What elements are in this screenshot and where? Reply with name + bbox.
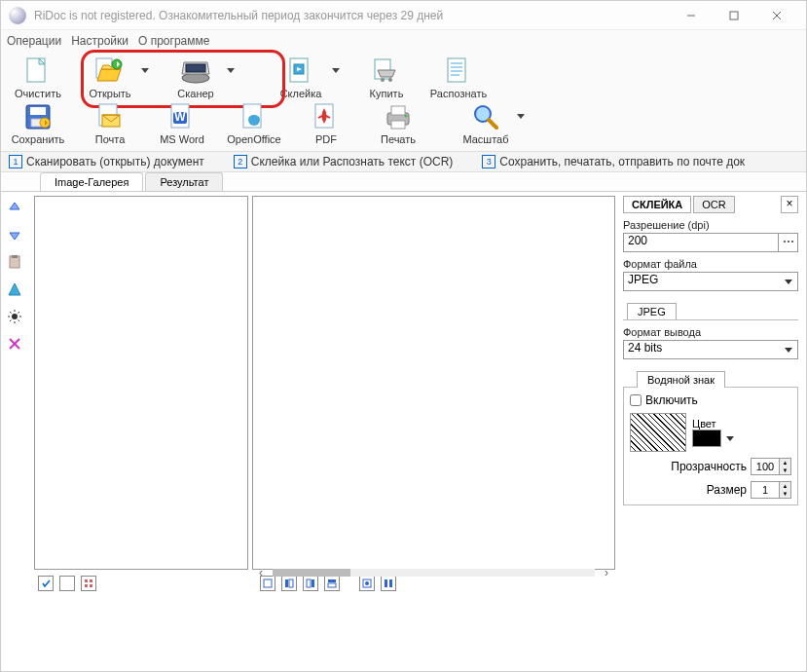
output-select[interactable]: 24 bits [623, 340, 798, 359]
arrow-down-icon[interactable] [7, 227, 24, 244]
arrow-up-icon[interactable] [7, 200, 24, 217]
svg-point-50 [12, 314, 18, 319]
svg-rect-40 [391, 106, 405, 115]
step-1-label: Сканировать (открыть) документ [26, 155, 204, 168]
size-spinner[interactable]: 1▲▼ [751, 481, 791, 499]
size-label: Размер [707, 483, 747, 497]
svg-text:W: W [174, 110, 186, 124]
glue-dropdown[interactable] [332, 68, 340, 73]
main-tabs: Image-Галерея Результат [1, 172, 806, 192]
svg-point-19 [388, 78, 392, 82]
clipboard-icon[interactable] [7, 254, 24, 272]
svg-rect-20 [448, 58, 465, 82]
svg-point-18 [381, 78, 385, 82]
view-check-icon[interactable] [38, 576, 54, 591]
horizontal-scrollbar[interactable]: ‹ › [253, 565, 614, 580]
svg-rect-62 [90, 579, 92, 582]
svg-rect-61 [85, 579, 88, 582]
recognize-button[interactable]: Распознать [429, 56, 488, 99]
color-label: Цвет [692, 418, 721, 429]
settings-panel: СКЛЕЙКА OCR × Разрешение (dpi) 200⋯ Форм… [619, 192, 806, 574]
step-2-label: Склейка или Распознать текст (OCR) [251, 155, 454, 168]
cart-icon [370, 56, 403, 87]
clear-button[interactable]: Очистить [9, 56, 67, 99]
openoffice-icon [238, 101, 271, 132]
watermark-group: Включить Цвет Прозрачность 100▲▼ Размер … [623, 387, 798, 505]
svg-line-57 [10, 320, 12, 322]
watermark-pattern-preview[interactable] [630, 413, 686, 452]
msword-button[interactable]: W MS Word [153, 101, 211, 145]
svg-point-73 [365, 581, 369, 585]
svg-rect-48 [12, 255, 18, 258]
menu-about[interactable]: О программе [138, 34, 209, 48]
step-2-icon: 2 [234, 155, 247, 168]
svg-rect-67 [289, 579, 293, 587]
svg-rect-68 [307, 579, 311, 587]
minimize-button[interactable] [670, 2, 713, 29]
view-grid-icon[interactable] [81, 576, 96, 591]
step-3-icon: 3 [482, 155, 495, 168]
svg-rect-74 [385, 579, 387, 587]
zoom-button[interactable]: Масштаб [457, 101, 515, 145]
scanner-dropdown[interactable] [227, 68, 235, 73]
dpi-browse-button[interactable]: ⋯ [778, 234, 797, 251]
scanner-button[interactable]: Сканер [166, 56, 225, 99]
open-dropdown[interactable] [141, 68, 149, 73]
close-panel-button[interactable]: × [781, 196, 798, 213]
svg-marker-7 [97, 69, 121, 81]
mail-button[interactable]: Почта [81, 101, 139, 145]
menu-settings[interactable]: Настройки [71, 34, 128, 48]
toolbar: Очистить Открыть Сканер Склейка [1, 52, 806, 151]
tab-result[interactable]: Результат [145, 172, 223, 191]
svg-rect-26 [30, 107, 46, 115]
format-label: Формат файла [623, 258, 798, 270]
svg-point-42 [405, 115, 408, 118]
step-3-label: Сохранить, печатать, отправить по почте … [499, 155, 745, 168]
brightness-icon[interactable] [7, 309, 24, 326]
jpeg-subtab[interactable]: JPEG [627, 303, 677, 319]
maximize-button[interactable] [713, 2, 755, 29]
dpi-label: Разрешение (dpi) [623, 219, 798, 231]
delete-icon[interactable] [7, 336, 24, 354]
format-select[interactable]: JPEG [623, 272, 798, 291]
color-picker[interactable] [692, 429, 721, 447]
save-button[interactable]: Сохранить [9, 101, 67, 145]
svg-rect-65 [264, 579, 272, 587]
title-bar: RiDoc is not registered. Ознакомительный… [1, 1, 806, 30]
svg-marker-46 [10, 233, 19, 240]
step-1-icon: 1 [9, 155, 22, 168]
watermark-subtab[interactable]: Водяной знак [637, 371, 725, 388]
zoom-dropdown[interactable] [517, 114, 525, 119]
view-uncheck-icon[interactable] [59, 576, 75, 591]
pdf-button[interactable]: PDF [297, 101, 355, 145]
close-button[interactable] [755, 2, 798, 29]
output-label: Формат вывода [623, 326, 798, 338]
watermark-enable-checkbox[interactable] [630, 394, 642, 406]
tab-glue-settings[interactable]: СКЛЕЙКА [623, 196, 691, 213]
window-title: RiDoc is not registered. Ознакомительный… [34, 9, 670, 22]
svg-line-56 [18, 320, 20, 322]
buy-button[interactable]: Купить [357, 56, 416, 99]
magnifier-icon [469, 101, 502, 132]
step-bar: 1Сканировать (открыть) документ 2Склейка… [1, 151, 806, 172]
print-button[interactable]: Печать [369, 101, 427, 145]
glue-button[interactable]: Склейка [272, 56, 330, 99]
ocr-icon [442, 56, 475, 87]
watermark-enable-label: Включить [645, 393, 698, 407]
mail-icon [93, 101, 127, 132]
open-button[interactable]: Открыть [81, 56, 139, 99]
svg-rect-41 [391, 121, 405, 129]
svg-rect-64 [90, 584, 92, 587]
svg-rect-1 [730, 12, 738, 19]
svg-rect-66 [285, 579, 288, 587]
rotate-icon[interactable] [7, 281, 24, 299]
tab-gallery[interactable]: Image-Галерея [40, 172, 143, 191]
tab-ocr-settings[interactable]: OCR [693, 196, 734, 213]
opacity-spinner[interactable]: 100▲▼ [751, 458, 791, 475]
menu-operations[interactable]: Операции [7, 34, 61, 48]
dpi-input[interactable]: 200⋯ [623, 233, 798, 252]
openoffice-button[interactable]: OpenOffice [225, 101, 283, 145]
svg-rect-63 [85, 584, 88, 587]
printer-icon [382, 101, 415, 132]
preview-panel: ‹ › [252, 196, 615, 570]
